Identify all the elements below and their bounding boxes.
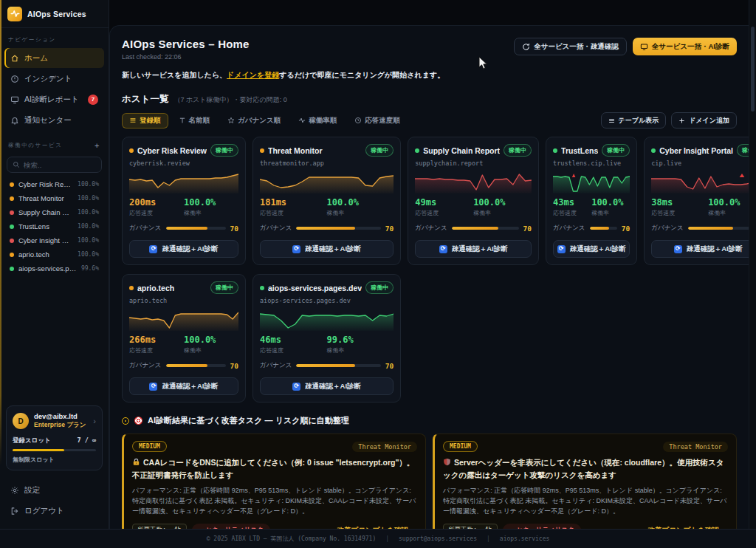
host-status-dot xyxy=(260,148,264,153)
service-search-input[interactable] xyxy=(24,161,96,169)
sidebar-service-item[interactable]: Cyber Risk Review 100.0% xyxy=(0,177,109,191)
uptime-value: 100.0% xyxy=(327,197,394,208)
settings-label: 設定 xyxy=(24,485,40,496)
sidebar-service-item[interactable]: aiops-services.pages.dev 99.6% xyxy=(0,261,109,275)
check-and-diagnose-label: 疎通確認＋AI診断 xyxy=(162,244,218,254)
refresh-icon: ⟳ xyxy=(149,383,157,391)
sort-tab[interactable]: 登録順 xyxy=(122,113,168,129)
uptime-label: 稼働率 xyxy=(184,209,238,217)
check-and-diagnose-button[interactable]: ⟳ 疎通確認＋AI診断 xyxy=(651,240,749,258)
account-email: dev@aibx.ltd xyxy=(34,412,86,420)
sidebar-service-item[interactable]: TrustLens 100.0% xyxy=(0,219,109,233)
service-search[interactable] xyxy=(7,157,102,173)
response-time-label: 応答速度 xyxy=(260,209,327,217)
add-domain-button[interactable]: ドメイン追加 xyxy=(671,112,737,129)
footer-email[interactable]: support@aiops.services xyxy=(399,535,477,542)
sidebar-service-item[interactable]: aprio.tech 100.0% xyxy=(0,247,109,261)
uptime-value: 100.0% xyxy=(708,197,749,208)
tasks-heading: AI診断結果に基づく改善タスク — リスク順に自動整理 xyxy=(148,415,349,426)
report-icon xyxy=(10,95,19,104)
uptime-label: 稼働率 xyxy=(473,209,532,217)
account-card[interactable]: D dev@aibx.ltd Enterprise プラン › 登録スロット 7… xyxy=(6,405,103,470)
check-and-diagnose-button[interactable]: ⟳ 疎通確認＋AI診断 xyxy=(260,377,394,395)
service-status-dot xyxy=(10,253,14,257)
table-view-button[interactable]: テーブル表示 xyxy=(601,112,667,129)
check-and-diagnose-button[interactable]: ⟳ 疎通確認＋AI診断 xyxy=(260,240,394,258)
last-checked: Last checked: 22:06 xyxy=(122,53,250,61)
response-time-value: 181ms xyxy=(260,197,327,208)
host-name: Threat Monitor xyxy=(268,146,362,155)
sort-tab[interactable]: 名前順 xyxy=(171,113,218,129)
nav-item-label: ホーム xyxy=(24,53,48,64)
banner-text-pre: 新しいサービスを追加したら、 xyxy=(122,71,227,79)
check-and-diagnose-label: 疎通確認＋AI診断 xyxy=(305,244,361,254)
sidebar-item-home[interactable]: ホーム xyxy=(4,48,104,68)
sidebar-item-incident[interactable]: インシデント xyxy=(4,69,104,89)
sidebar-item-report[interactable]: AI診断レポート 7 xyxy=(4,89,104,109)
incident-icon xyxy=(10,75,19,83)
host-domain: aprio.tech xyxy=(129,297,238,304)
sidebar-service-item[interactable]: Threat Monitor 100.0% xyxy=(0,191,109,205)
status-badge: 稼働中 xyxy=(365,144,394,157)
check-and-diagnose-button[interactable]: ⟳ 疎通確認＋AI診断 xyxy=(129,240,238,258)
governance-label: ガバナンス xyxy=(260,224,292,233)
check-and-diagnose-label: 疎通確認＋AI診断 xyxy=(162,382,218,391)
host-name: Supply Chain Report xyxy=(423,146,500,155)
uptime-value: 100.0% xyxy=(473,197,532,208)
add-service-plus-icon[interactable]: + xyxy=(94,141,100,150)
sort-tab[interactable]: 応答速度順 xyxy=(347,113,408,129)
status-badge: 稼働中 xyxy=(504,144,532,157)
footer-site[interactable]: aiops.services xyxy=(500,535,549,542)
governance-bar xyxy=(166,364,226,367)
sidebar-service-item[interactable]: Cyber Insight Portal 100.0% xyxy=(0,233,109,247)
account-plan: Enterprise プラン xyxy=(34,421,86,430)
response-time-label: 応答速度 xyxy=(129,346,184,355)
chevron-right-icon[interactable]: › xyxy=(93,417,96,425)
brand-name: AIOps Services xyxy=(27,10,86,18)
diagnose-all-button[interactable]: 全サービス一括・AI診断 xyxy=(633,38,737,55)
refresh-icon: ⟳ xyxy=(149,245,157,253)
task-title: Serverヘッダーを非表示にしてください（現在: cloudflare）。使用… xyxy=(443,457,728,482)
sort-tabs: 登録順 名前順 ガバナンス順 稼働率順 応答速度順 xyxy=(122,113,408,129)
sort-tab[interactable]: ガバナンス順 xyxy=(220,113,288,129)
governance-label: ガバナンス xyxy=(129,224,162,233)
severity-badge: MEDIUM xyxy=(443,441,478,452)
security-risk-chip: セキュリティリスク xyxy=(192,524,270,529)
status-badge: 稼働中 xyxy=(602,144,630,157)
response-time-value: 200ms xyxy=(129,197,184,208)
sidebar-item-logout[interactable]: ログアウト xyxy=(4,501,104,521)
response-time-label: 応答速度 xyxy=(415,209,473,217)
sidebar-service-item[interactable]: Supply Chain Report 100.0% xyxy=(0,205,109,219)
service-name: aprio.tech xyxy=(18,250,73,258)
check-and-diagnose-button[interactable]: ⟳ 疎通確認＋AI診断 xyxy=(415,240,532,258)
check-all-button[interactable]: 全サービス一括・疎通確認 xyxy=(514,38,627,55)
lock-icon xyxy=(132,458,140,470)
service-uptime: 99.6% xyxy=(81,265,99,272)
response-time-value: 38ms xyxy=(651,197,708,208)
check-and-diagnose-button[interactable]: ⟳ 疎通確認＋AI診断 xyxy=(129,377,238,395)
governance-value: 70 xyxy=(622,225,630,233)
services-section-header: 稼働中のサービス + xyxy=(0,138,109,153)
add-domain-label: ドメイン追加 xyxy=(689,116,729,126)
check-and-diagnose-button[interactable]: ⟳ 疎通確認＋AI診断 xyxy=(553,240,630,258)
sort-tab[interactable]: 稼働率順 xyxy=(291,113,344,129)
host-name: aiops-services.pages.dev xyxy=(268,284,362,292)
gear-icon xyxy=(10,486,19,495)
uptime-label: 稼働率 xyxy=(708,209,749,217)
check-and-diagnose-label: 疎通確認＋AI診断 xyxy=(570,244,626,254)
register-domain-link[interactable]: ドメインを登録 xyxy=(227,71,279,79)
sidebar-item-bell[interactable]: 通知センター xyxy=(4,110,104,130)
host-status-dot xyxy=(260,286,264,290)
response-time-label: 応答速度 xyxy=(129,209,184,217)
sidebar-item-settings[interactable]: 設定 xyxy=(4,480,104,500)
host-domain: cyberrisk.review xyxy=(129,160,238,167)
latency-sparkline xyxy=(129,309,238,331)
scrollbar-track[interactable] xyxy=(749,0,756,529)
latency-sparkline xyxy=(651,171,749,193)
service-status-dot xyxy=(10,210,14,215)
scrollbar-thumb[interactable] xyxy=(751,27,755,112)
table-icon xyxy=(608,117,615,124)
table-view-label: テーブル表示 xyxy=(619,116,659,126)
governance-label: ガバナンス xyxy=(129,361,162,370)
nav-item-label: AI診断レポート xyxy=(24,95,79,105)
